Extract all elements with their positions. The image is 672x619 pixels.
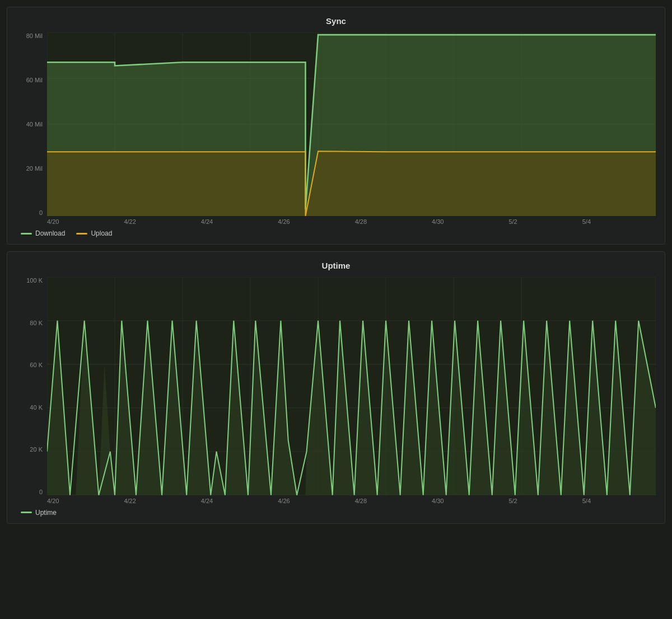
sync-x-7: 5/4 bbox=[582, 218, 591, 225]
sync-x-1: 4/22 bbox=[124, 218, 136, 225]
uptime-y-label-2: 60 K bbox=[16, 362, 43, 368]
uptime-legend-line bbox=[21, 512, 32, 513]
sync-x-2: 4/24 bbox=[201, 218, 213, 225]
uptime-panel: Uptime 100 K 80 K 60 K 40 K 20 K 0 bbox=[7, 251, 665, 524]
uptime-y-label-3: 40 K bbox=[16, 404, 43, 411]
sync-y-label-1: 60 Mil bbox=[16, 77, 43, 83]
uptime-chart-title: Uptime bbox=[16, 261, 656, 270]
sync-chart-area: 80 Mil 60 Mil 40 Mil 20 Mil 0 bbox=[16, 32, 656, 216]
uptime-chart-area: 100 K 80 K 60 K 40 K 20 K 0 bbox=[16, 277, 656, 495]
uptime-x-3: 4/26 bbox=[278, 498, 290, 504]
uptime-legend-label: Uptime bbox=[35, 509, 57, 517]
sync-legend: Download Upload bbox=[16, 225, 656, 237]
sync-y-label-3: 20 Mil bbox=[16, 165, 43, 172]
sync-x-5: 4/30 bbox=[432, 218, 444, 225]
download-legend-label: Download bbox=[35, 229, 65, 237]
upload-legend-label: Upload bbox=[91, 229, 112, 237]
sync-y-label-4: 0 bbox=[16, 209, 43, 216]
sync-x-0: 4/20 bbox=[47, 218, 59, 225]
sync-panel: Sync 80 Mil 60 Mil 40 Mil 20 Mil 0 bbox=[7, 7, 665, 245]
sync-y-label-0: 80 Mil bbox=[16, 32, 43, 39]
uptime-x-6: 5/2 bbox=[508, 498, 517, 504]
sync-x-3: 4/26 bbox=[278, 218, 290, 225]
uptime-x-4: 4/28 bbox=[355, 498, 367, 504]
sync-svg bbox=[47, 32, 656, 216]
uptime-x-1: 4/22 bbox=[124, 498, 136, 504]
sync-y-label-2: 40 Mil bbox=[16, 121, 43, 128]
uptime-legend: Uptime bbox=[16, 504, 656, 517]
upload-legend-line bbox=[76, 233, 87, 235]
uptime-y-label-1: 80 K bbox=[16, 320, 43, 326]
uptime-y-axis: 100 K 80 K 60 K 40 K 20 K 0 bbox=[16, 277, 47, 495]
sync-x-6: 5/2 bbox=[508, 218, 517, 225]
uptime-y-label-5: 0 bbox=[16, 489, 43, 495]
uptime-x-5: 4/30 bbox=[432, 498, 444, 504]
sync-legend-download: Download bbox=[21, 229, 65, 237]
uptime-x-axis: 4/20 4/22 4/24 4/26 4/28 4/30 5/2 5/4 bbox=[16, 495, 656, 504]
dashboard: Sync 80 Mil 60 Mil 40 Mil 20 Mil 0 bbox=[0, 0, 672, 531]
uptime-x-0: 4/20 bbox=[47, 498, 59, 504]
uptime-y-label-4: 20 K bbox=[16, 446, 43, 453]
sync-x-4: 4/28 bbox=[355, 218, 367, 225]
sync-chart-title: Sync bbox=[16, 16, 656, 26]
download-legend-line bbox=[21, 233, 32, 235]
uptime-x-7: 5/4 bbox=[582, 498, 591, 504]
svg-marker-18 bbox=[305, 152, 656, 216]
uptime-x-2: 4/24 bbox=[201, 498, 213, 504]
svg-marker-17 bbox=[47, 152, 305, 216]
uptime-y-label-0: 100 K bbox=[16, 277, 43, 284]
uptime-chart-container bbox=[47, 277, 656, 495]
sync-x-axis: 4/20 4/22 4/24 4/26 4/28 4/30 5/2 5/4 bbox=[16, 216, 656, 225]
sync-chart-container bbox=[47, 32, 656, 216]
uptime-legend-item: Uptime bbox=[21, 509, 57, 517]
sync-y-axis: 80 Mil 60 Mil 40 Mil 20 Mil 0 bbox=[16, 32, 47, 216]
sync-legend-upload: Upload bbox=[76, 229, 112, 237]
uptime-svg bbox=[47, 277, 656, 495]
